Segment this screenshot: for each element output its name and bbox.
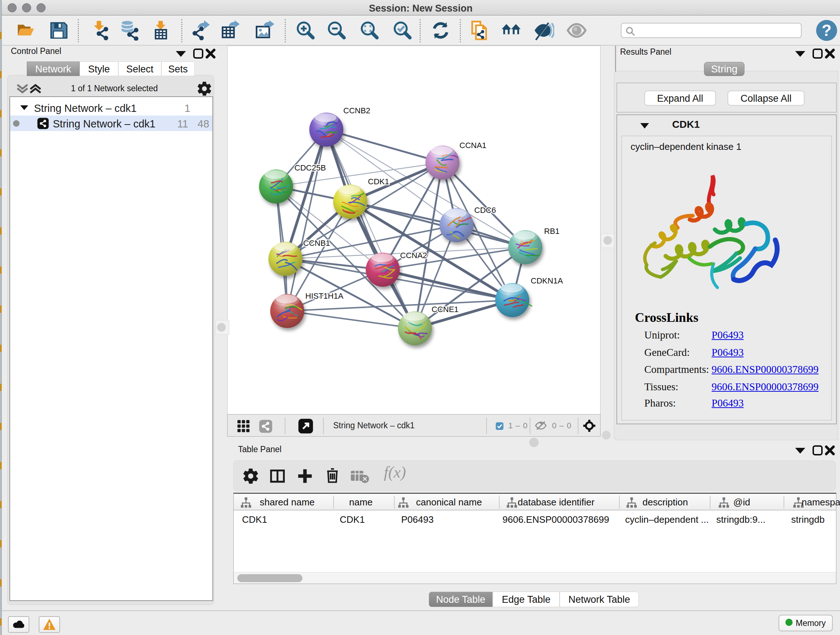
svg-text:CCNA1: CCNA1	[459, 141, 486, 150]
svg-text:CDKN1A: CDKN1A	[531, 276, 563, 285]
svg-text:CCNA2: CCNA2	[400, 251, 427, 260]
svg-text:CDK1: CDK1	[368, 177, 389, 186]
svg-text:CCNB1: CCNB1	[303, 239, 330, 248]
svg-text:CCNE1: CCNE1	[431, 305, 459, 314]
svg-text:CDC25B: CDC25B	[294, 163, 326, 172]
svg-text:HIST1H1A: HIST1H1A	[305, 291, 343, 301]
svg-text:RB1: RB1	[544, 226, 560, 236]
svg-text:CCNB2: CCNB2	[343, 106, 370, 115]
svg-text:CDC6: CDC6	[474, 206, 496, 215]
